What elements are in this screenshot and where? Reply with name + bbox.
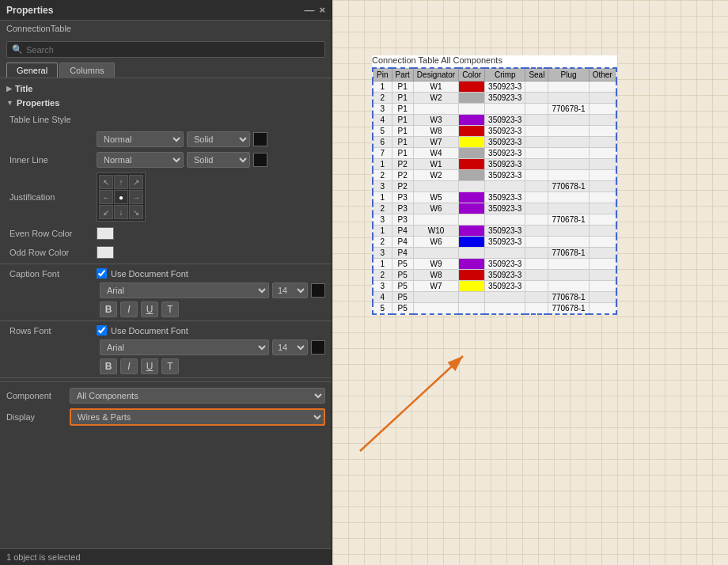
justify-top-center[interactable]: ↑ — [114, 175, 128, 189]
rows-use-doc-font-checkbox[interactable] — [97, 325, 107, 336]
justify-mid-left[interactable]: ← — [99, 190, 113, 204]
display-label: Display — [6, 412, 70, 422]
component-label: Component — [6, 391, 70, 400]
inner-style-select[interactable]: Normal — [97, 152, 184, 168]
outer-line-select[interactable]: Solid — [187, 131, 250, 147]
properties-panel: Properties — × ConnectionTable 🔍 General… — [0, 0, 332, 565]
status-bar: 1 object is selected — [0, 548, 332, 565]
inner-line-label: Inner Line — [9, 155, 97, 165]
table-row: 1P4W10350923-3 — [373, 226, 616, 237]
panel-title: Properties — [6, 5, 53, 16]
section-properties[interactable]: ▼ Properties — [0, 96, 332, 110]
even-row-color-swatch[interactable] — [97, 227, 114, 240]
connection-table-container: Connection Table All Components Pin Part… — [372, 55, 617, 315]
justify-mid-center[interactable]: ● — [114, 190, 128, 204]
table-row: 4P1W3350923-3 — [373, 115, 616, 126]
table-row: 3P3770678-1 — [373, 214, 616, 226]
table-body: 1P1W1350923-32P1W2350923-33P1770678-14P1… — [373, 82, 616, 315]
inner-line-row: Inner Line Normal Solid — [0, 150, 332, 170]
rows-underline-btn[interactable]: U — [141, 358, 158, 374]
justify-bot-right[interactable]: ↘ — [129, 205, 143, 219]
search-bar: 🔍 — [6, 41, 325, 58]
odd-row-color-row: Odd Row Color — [0, 243, 332, 262]
table-row: 6P1W7350923-3 — [373, 137, 616, 148]
tab-columns[interactable]: Columns — [59, 63, 114, 78]
even-row-color-row: Even Row Color — [0, 224, 332, 243]
component-select[interactable]: All Components — [70, 388, 325, 404]
table-row: 5P5770678-1 — [373, 303, 616, 315]
even-row-color-label: Even Row Color — [9, 229, 97, 238]
outer-style-select[interactable]: Normal — [97, 131, 184, 147]
caption-underline-btn[interactable]: U — [141, 301, 158, 317]
caption-font-select[interactable]: Arial — [100, 282, 269, 298]
caption-font-size[interactable]: 14 — [272, 282, 308, 298]
display-select[interactable]: Wires & Parts Wires Only Parts Only — [70, 408, 325, 426]
display-select-wrapper: Wires & Parts Wires Only Parts Only — [70, 408, 325, 426]
rows-font-style-row: B I U T — [0, 357, 332, 376]
bottom-section: Component All Components Display Wires &… — [0, 381, 332, 431]
rows-bold-btn[interactable]: B — [100, 358, 117, 374]
rows-font-select[interactable]: Arial — [100, 339, 269, 355]
close-icon[interactable]: × — [319, 4, 325, 16]
rows-strikethrough-btn[interactable]: T — [161, 358, 179, 374]
col-crimp: Crimp — [485, 68, 525, 82]
rows-font-color-swatch[interactable] — [311, 340, 325, 355]
table-row: 3P1770678-1 — [373, 104, 616, 115]
panel-header: Properties — × — [0, 0, 332, 21]
main-canvas: Connection Table All Components Pin Part… — [332, 0, 728, 565]
component-row: Component All Components — [6, 385, 325, 406]
col-color: Color — [459, 68, 485, 82]
inner-line-select[interactable]: Solid — [187, 152, 250, 168]
table-line-style-row: Table Line Style — [0, 110, 332, 129]
search-input[interactable] — [26, 45, 320, 55]
status-text: 1 object is selected — [6, 552, 81, 562]
section-title[interactable]: ▶ Title — [0, 82, 332, 96]
table-row: 1P1W1350923-3 — [373, 82, 616, 93]
rows-use-doc-font-row: Rows Font Use Document Font — [0, 323, 332, 338]
caption-font-color-swatch[interactable] — [311, 283, 325, 298]
rows-font-size[interactable]: 14 — [272, 339, 308, 355]
outer-line-row: Normal Solid — [0, 129, 332, 150]
connection-table: Pin Part Designator Color Crimp Seal Plu… — [372, 67, 617, 315]
justification-grid: ↖ ↑ ↗ ← ● → ↙ ↓ ↘ — [97, 173, 146, 222]
table-row: 4P5770678-1 — [373, 292, 616, 303]
outer-line-color-swatch[interactable] — [253, 132, 267, 146]
col-other: Other — [589, 68, 616, 82]
justify-top-right[interactable]: ↗ — [129, 175, 143, 189]
caption-use-doc-font-checkbox[interactable] — [97, 268, 107, 279]
table-row: 1P5W9350923-3 — [373, 259, 616, 270]
table-row: 2P1W2350923-3 — [373, 93, 616, 104]
panel-scroll-area: ▶ Title ▼ Properties Table Line Style No… — [0, 82, 332, 548]
justify-top-left[interactable]: ↖ — [99, 175, 113, 189]
justify-bot-center[interactable]: ↓ — [114, 205, 128, 219]
caption-font-select-row: Arial 14 — [0, 281, 332, 300]
caption-bold-btn[interactable]: B — [100, 301, 117, 317]
caption-strikethrough-btn[interactable]: T — [161, 301, 179, 317]
col-plug: Plug — [548, 68, 589, 82]
pin-icon[interactable]: — — [304, 4, 314, 16]
table-row: 7P1W4350923-3 — [373, 148, 616, 159]
caption-font-style-row: B I U T — [0, 300, 332, 319]
odd-row-color-swatch[interactable] — [97, 246, 114, 259]
rows-font-label: Rows Font — [9, 326, 97, 336]
caption-use-doc-font-row: Caption Font Use Document Font — [0, 266, 332, 281]
rows-italic-btn[interactable]: I — [120, 358, 138, 374]
title-arrow-icon: ▶ — [6, 85, 12, 93]
display-row: Display Wires & Parts Wires Only Parts O… — [6, 406, 325, 428]
col-pin: Pin — [373, 68, 392, 82]
tab-general[interactable]: General — [6, 63, 58, 78]
caption-italic-btn[interactable]: I — [120, 301, 138, 317]
table-row: 2P3W6350923-3 — [373, 203, 616, 214]
col-part: Part — [392, 68, 413, 82]
col-designator: Designator — [413, 68, 458, 82]
justify-bot-left[interactable]: ↙ — [99, 205, 113, 219]
panel-subtitle: ConnectionTable — [0, 21, 332, 36]
section-title-label: Title — [15, 84, 32, 93]
table-line-style-label: Table Line Style — [9, 115, 97, 124]
properties-arrow-icon: ▼ — [6, 99, 13, 107]
justify-mid-right[interactable]: → — [129, 190, 143, 204]
inner-line-color-swatch[interactable] — [253, 153, 267, 167]
caption-font-label: Caption Font — [9, 269, 97, 279]
rows-font-select-row: Arial 14 — [0, 338, 332, 357]
col-seal: Seal — [525, 68, 548, 82]
